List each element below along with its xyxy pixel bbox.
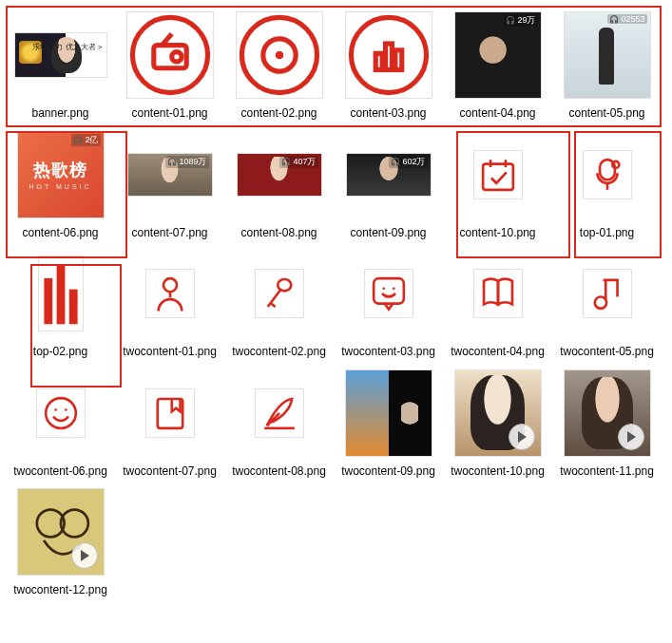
thumbnail [123,366,218,461]
file-content-08[interactable]: 407万content-08.png [224,123,334,243]
thumbnail [123,246,218,341]
file-label: content-09.png [350,226,426,241]
play-icon [618,424,644,450]
file-twocontent-12[interactable]: twocontent-12.png [6,481,115,600]
svg-rect-8 [375,53,382,69]
bookmk-icon [149,392,191,434]
file-label: twocontent-03.png [341,345,435,360]
file-label: twocontent-06.png [13,464,107,480]
bars2-icon [40,257,82,330]
svg-rect-18 [68,290,77,325]
svg-rect-23 [374,278,404,303]
disc-icon [239,14,320,96]
thumbnail [232,246,327,341]
svg-rect-31 [157,399,182,428]
thumbnail [13,484,108,579]
file-label: twocontent-02.png [232,345,326,360]
file-twocontent-04[interactable]: twocontent-04.png [443,242,552,362]
radio-icon [129,14,211,96]
quill-icon [259,392,300,434]
file-twocontent-07[interactable]: twocontent-07.png [115,362,224,482]
file-twocontent-09[interactable]: twocontent-09.png [334,362,443,482]
file-grid: 乐坛生力 优之大者 >banner.pngcontent-01.pngconte… [0,0,672,604]
file-content-04[interactable]: 29万content-04.png [443,4,552,123]
file-label: twocontent-07.png [123,464,217,480]
svg-rect-16 [44,278,52,324]
file-top-01[interactable]: top-01.png [552,123,662,243]
file-label: content-03.png [350,106,426,122]
play-count-badge: 2亿 [71,134,100,146]
file-content-07[interactable]: 1089万content-07.png [115,123,224,243]
svg-rect-11 [483,163,513,189]
file-twocontent-02[interactable]: twocontent-02.png [224,242,334,362]
file-content-06[interactable]: 热歌榜HOT MUSIC2亿content-06.png [6,123,115,243]
svg-rect-9 [385,44,392,70]
smile2-icon [40,392,82,434]
svg-rect-10 [394,50,401,70]
file-label: twocontent-10.png [451,464,545,480]
svg-point-7 [351,17,426,92]
file-banner[interactable]: 乐坛生力 优之大者 >banner.png [6,4,115,123]
thumbnail: 1089万 [123,127,218,222]
book-icon [477,273,519,314]
file-label: content-05.png [568,106,644,122]
file-twocontent-06[interactable]: twocontent-06.png [6,362,115,482]
file-label: content-06.png [22,226,98,241]
thumbnail [13,366,108,461]
cal-icon [477,154,519,196]
thumbnail [341,366,436,461]
thumbnail: 02553 [560,8,655,103]
svg-point-28 [46,398,76,428]
mic2-icon [586,154,628,196]
thumbnail [451,366,546,461]
file-twocontent-05[interactable]: twocontent-05.png [552,242,662,362]
svg-point-20 [278,279,291,291]
file-label: content-07.png [131,226,207,241]
file-label: content-08.png [240,226,317,241]
thumbnail: 乐坛生力 优之大者 > [13,8,108,103]
svg-point-2 [171,52,181,62]
user-icon [149,273,191,314]
micro-icon [259,273,300,314]
file-twocontent-08[interactable]: twocontent-08.png [224,362,334,482]
file-label: top-01.png [580,226,634,241]
svg-point-29 [54,408,57,411]
file-twocontent-01[interactable]: twocontent-01.png [115,242,224,362]
file-twocontent-03[interactable]: twocontent-03.png [334,242,443,362]
file-label: content-10.png [459,226,535,241]
file-label: content-04.png [459,106,535,122]
file-twocontent-10[interactable]: twocontent-10.png [443,362,552,482]
thumbnail: 407万 [232,127,327,222]
thumbnail [123,8,218,103]
file-label: twocontent-04.png [451,345,545,360]
note-icon [586,273,628,314]
thumbnail [232,8,327,103]
file-content-01[interactable]: content-01.png [115,4,224,123]
file-content-09[interactable]: 602万content-09.png [334,123,443,243]
file-label: content-01.png [131,106,207,122]
file-content-10[interactable]: content-10.png [443,123,552,243]
thumbnail [232,366,327,461]
thumbnail [341,246,436,341]
file-label: twocontent-09.png [341,464,435,480]
svg-point-19 [163,278,176,292]
file-content-05[interactable]: 02553content-05.png [552,4,662,123]
hotmusic-title: 热歌榜 [29,159,91,181]
file-content-02[interactable]: content-02.png [224,4,334,123]
svg-point-24 [382,288,385,291]
thumbnail [560,127,655,222]
svg-line-22 [270,303,275,307]
play-count-badge: 02553 [607,14,646,24]
thumbnail: 29万 [451,8,546,103]
banner-text: 乐坛生力 优之大者 > [32,43,102,52]
hotmusic-sub: HOT MUSIC [29,183,91,190]
play-count-badge: 1089万 [165,156,208,168]
file-content-03[interactable]: content-03.png [334,4,443,123]
file-twocontent-11[interactable]: twocontent-11.png [552,362,662,482]
svg-point-25 [392,288,394,291]
file-top-02[interactable]: top-02.png [6,242,115,362]
smile1-icon [368,273,410,314]
file-label: twocontent-08.png [232,464,326,480]
thumbnail [13,246,108,341]
thumbnail: 602万 [341,127,436,222]
